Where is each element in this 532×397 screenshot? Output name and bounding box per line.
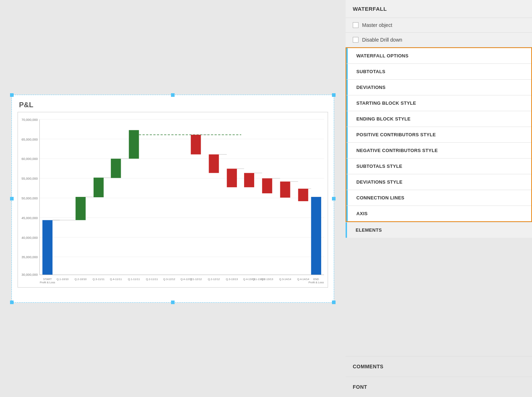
section-font[interactable]: FONT — [346, 377, 532, 397]
svg-rect-31 — [191, 134, 201, 154]
spacer — [346, 238, 532, 356]
section-starting-block-style[interactable]: STARTING BLOCK STYLE — [346, 95, 531, 111]
section-comments-label: COMMENTS — [353, 364, 384, 369]
accent-subtotals-style — [346, 159, 348, 174]
svg-text:Q.2-11/11: Q.2-11/11 — [146, 278, 158, 281]
section-starting-block-label: STARTING BLOCK STYLE — [356, 100, 416, 106]
section-deviations[interactable]: DEVIATIONS — [346, 80, 531, 95]
accent-deviations — [346, 80, 348, 95]
svg-rect-25 — [111, 159, 121, 178]
svg-text:40,000,000: 40,000,000 — [22, 236, 38, 239]
svg-rect-37 — [244, 173, 254, 187]
section-connection-lines-label: CONNECTION LINES — [356, 195, 404, 200]
svg-rect-23 — [94, 178, 104, 197]
main-area: P&L — [0, 0, 346, 397]
svg-text:Q.4-14/14: Q.4-14/14 — [297, 278, 309, 281]
svg-text:55,000,000: 55,000,000 — [22, 177, 38, 180]
svg-rect-27 — [129, 130, 139, 159]
handle-bottom-center[interactable] — [171, 301, 175, 304]
svg-text:35,000,000: 35,000,000 — [22, 255, 38, 259]
section-elements-label: ELEMENTS — [356, 227, 382, 233]
chart-inner: 70,000,000 65,000,000 60,000,000 55,000,… — [18, 112, 328, 288]
svg-text:60,000,000: 60,000,000 — [22, 157, 38, 161]
svg-text:END: END — [313, 278, 319, 281]
svg-rect-21 — [76, 197, 86, 220]
accent-waterfall-options — [346, 48, 348, 63]
section-subtotals[interactable]: SUBTOTALS — [346, 64, 531, 80]
disable-drill-checkbox[interactable] — [353, 37, 358, 43]
section-comments[interactable]: COMMENTS — [346, 356, 532, 377]
section-negative-contributors-label: NEGATIVE CONTRIBUTORS STYLE — [356, 148, 438, 153]
handle-bottom-left[interactable] — [10, 301, 14, 304]
svg-text:Q.3-14/14: Q.3-14/14 — [279, 278, 291, 281]
master-object-label: Master object — [362, 22, 392, 28]
handle-top-left[interactable] — [10, 93, 14, 97]
svg-text:Profit & Loss: Profit & Loss — [40, 281, 55, 284]
section-subtotals-style[interactable]: SUBTOTALS STYLE — [346, 159, 531, 174]
svg-text:Q.1-10/10: Q.1-10/10 — [57, 278, 69, 281]
handle-middle-right[interactable] — [332, 197, 336, 200]
svg-text:Q.1-11/11: Q.1-11/11 — [128, 278, 140, 281]
chart-container: P&L — [11, 95, 334, 303]
section-waterfall-options[interactable]: WATERFALL OPTIONS — [346, 48, 531, 64]
svg-text:70,000,000: 70,000,000 — [22, 118, 38, 121]
section-axis-label: AXIS — [356, 211, 368, 216]
chart-title: P&L — [19, 101, 328, 109]
handle-top-center[interactable] — [171, 93, 175, 97]
section-positive-contributors-label: POSITIVE CONTRIBUTORS STYLE — [356, 132, 436, 137]
section-ending-block-style[interactable]: ENDING BLOCK STYLE — [346, 111, 531, 127]
section-elements[interactable]: ELEMENTS — [346, 222, 532, 238]
svg-text:Q.3-11/11: Q.3-11/11 — [92, 278, 105, 281]
accent-connection-lines — [346, 190, 348, 205]
accent-negative-contributors — [346, 143, 348, 158]
section-deviations-label: DEVIATIONS — [356, 85, 386, 90]
svg-rect-43 — [298, 189, 308, 201]
svg-text:Q.3-12/12: Q.3-12/12 — [163, 278, 175, 281]
section-ending-block-label: ENDING BLOCK STYLE — [356, 116, 410, 122]
accent-starting-block — [346, 95, 348, 111]
section-font-label: FONT — [353, 384, 367, 390]
accent-subtotals — [346, 64, 348, 79]
svg-text:Q.2-12/12: Q.2-12/12 — [208, 278, 220, 281]
svg-rect-41 — [280, 181, 290, 198]
accent-axis — [346, 206, 348, 221]
handle-middle-left[interactable] — [10, 197, 14, 200]
disable-drill-label: Disable Drill down — [362, 37, 402, 43]
accent-positive-contributors — [346, 127, 348, 142]
master-object-checkbox[interactable] — [353, 22, 358, 28]
svg-text:START: START — [43, 278, 52, 281]
waterfall-options-group: WATERFALL OPTIONS SUBTOTALS DEVIATIONS S… — [346, 47, 532, 222]
svg-text:Q.1-12/12: Q.1-12/12 — [190, 278, 202, 281]
svg-text:Q.2-13/13: Q.2-13/13 — [261, 278, 273, 281]
section-deviations-style-label: DEVIATIONS STYLE — [356, 179, 403, 185]
accent-deviations-style — [346, 174, 348, 190]
section-axis[interactable]: AXIS — [346, 206, 531, 221]
svg-text:45,000,000: 45,000,000 — [22, 216, 38, 219]
svg-text:50,000,000: 50,000,000 — [22, 197, 38, 200]
section-connection-lines[interactable]: CONNECTION LINES — [346, 190, 531, 206]
master-object-row[interactable]: Master object — [346, 18, 532, 33]
waterfall-svg: 70,000,000 65,000,000 60,000,000 55,000,… — [18, 112, 328, 287]
right-panel: WATERFALL Master object Disable Drill do… — [346, 0, 532, 397]
section-subtotals-label: SUBTOTALS — [356, 69, 385, 74]
svg-rect-0 — [18, 112, 328, 287]
section-subtotals-style-label: SUBTOTALS STYLE — [356, 164, 402, 169]
handle-bottom-right[interactable] — [332, 301, 336, 304]
accent-ending-block — [346, 111, 348, 127]
svg-rect-35 — [227, 169, 237, 187]
accent-elements — [346, 222, 347, 238]
svg-rect-39 — [262, 178, 272, 193]
svg-text:30,000,000: 30,000,000 — [22, 273, 38, 277]
svg-text:Profit & Loss: Profit & Loss — [308, 281, 324, 284]
section-negative-contributors[interactable]: NEGATIVE CONTRIBUTORS STYLE — [346, 143, 531, 159]
svg-text:65,000,000: 65,000,000 — [22, 137, 38, 141]
section-positive-contributors[interactable]: POSITIVE CONTRIBUTORS STYLE — [346, 127, 531, 143]
panel-title: WATERFALL — [346, 0, 532, 18]
svg-text:Q.4-11/11: Q.4-11/11 — [110, 278, 122, 281]
svg-text:Q.2-10/10: Q.2-10/10 — [75, 278, 87, 281]
handle-top-right[interactable] — [332, 93, 336, 97]
svg-rect-19 — [42, 220, 52, 274]
section-deviations-style[interactable]: DEVIATIONS STYLE — [346, 174, 531, 190]
disable-drill-row[interactable]: Disable Drill down — [346, 33, 532, 47]
svg-text:Q.3-13/13: Q.3-13/13 — [226, 278, 238, 281]
